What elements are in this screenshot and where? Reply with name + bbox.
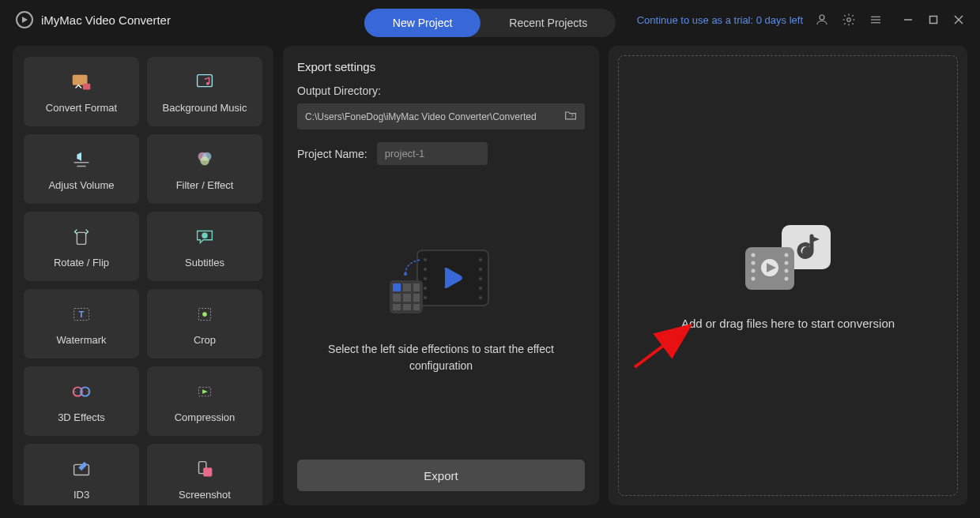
- svg-point-41: [479, 287, 482, 290]
- main-layout: Convert Format Background Music Adjust V…: [0, 39, 980, 518]
- svg-rect-7: [930, 17, 937, 24]
- svg-point-35: [424, 277, 427, 280]
- drop-panel: Add or drag files here to start conversi…: [609, 46, 967, 505]
- export-button[interactable]: Export: [297, 460, 585, 491]
- svg-point-59: [752, 268, 756, 272]
- menu-icon[interactable]: [868, 12, 884, 28]
- tile-rotate-flip[interactable]: Rotate / Flip: [24, 212, 139, 281]
- compression-icon: [193, 380, 217, 404]
- browse-folder-icon[interactable]: [564, 110, 577, 123]
- drop-zone-icon: [741, 222, 835, 293]
- tile-crop[interactable]: Crop: [147, 289, 262, 358]
- window-controls: [903, 14, 964, 25]
- tile-label: Background Music: [163, 102, 247, 114]
- svg-point-55: [802, 246, 813, 257]
- svg-rect-51: [403, 304, 411, 310]
- svg-rect-47: [393, 294, 401, 302]
- svg-point-58: [752, 261, 756, 265]
- svg-point-37: [424, 296, 427, 299]
- svg-point-18: [202, 232, 208, 238]
- app-title: iMyMac Video Converter: [41, 13, 171, 27]
- output-directory-value: C:\Users\FoneDog\iMyMac Video Converter\…: [305, 111, 537, 122]
- tile-label: ID3: [74, 489, 89, 501]
- status-area: Continue to use as a trial: 0 days left: [637, 12, 964, 28]
- drop-zone[interactable]: Add or drag files here to start conversi…: [618, 55, 958, 496]
- tab-recent-projects[interactable]: Recent Projects: [481, 9, 616, 37]
- app-logo-icon: [16, 11, 33, 28]
- svg-rect-50: [393, 304, 401, 310]
- svg-rect-44: [393, 283, 401, 291]
- tile-background-music[interactable]: Background Music: [147, 57, 262, 126]
- export-settings-title: Export settings: [297, 60, 585, 73]
- tile-filter-effect[interactable]: Filter / Effect: [147, 134, 262, 204]
- trial-status[interactable]: Continue to use as a trial: 0 days left: [637, 14, 803, 26]
- svg-point-38: [479, 258, 482, 261]
- maximize-button[interactable]: [928, 14, 939, 25]
- convert-format-icon: [70, 70, 93, 94]
- output-directory-field[interactable]: C:\Users\FoneDog\iMyMac Video Converter\…: [297, 103, 585, 130]
- close-button[interactable]: [953, 14, 964, 25]
- project-name-label: Project Name:: [297, 148, 368, 160]
- svg-rect-45: [403, 283, 411, 291]
- svg-point-42: [479, 296, 482, 299]
- background-music-icon: [193, 70, 217, 94]
- drop-zone-text: Add or drag files here to start conversi…: [681, 317, 895, 330]
- tile-label: Convert Format: [46, 102, 117, 114]
- tile-label: Subtitles: [185, 257, 224, 268]
- crop-icon: [193, 302, 217, 326]
- filter-effect-icon: [193, 148, 217, 171]
- svg-rect-31: [203, 467, 212, 476]
- screenshot-icon: [193, 457, 217, 481]
- svg-point-34: [424, 268, 427, 271]
- svg-point-39: [479, 268, 482, 271]
- svg-rect-52: [413, 304, 420, 310]
- effect-config-hint: Select the left side effections to start…: [297, 341, 585, 374]
- project-name-row: Project Name:: [297, 142, 585, 165]
- svg-marker-0: [22, 17, 28, 23]
- svg-text:T: T: [79, 309, 85, 318]
- svg-rect-48: [403, 294, 411, 302]
- id3-icon: [70, 457, 93, 481]
- tile-label: Rotate / Flip: [54, 257, 109, 268]
- tile-label: Crop: [194, 334, 216, 346]
- svg-point-61: [785, 253, 789, 257]
- project-name-input[interactable]: [377, 142, 488, 165]
- 3d-effects-icon: [70, 380, 93, 404]
- project-tabs: New Project Recent Projects: [364, 9, 616, 37]
- gear-icon[interactable]: [841, 12, 857, 28]
- tile-label: Filter / Effect: [176, 179, 234, 191]
- svg-point-63: [785, 268, 789, 272]
- tab-new-project[interactable]: New Project: [364, 9, 481, 37]
- svg-point-22: [202, 312, 207, 317]
- tile-screenshot[interactable]: Screenshot: [147, 444, 262, 505]
- preview-area: Select the left side effections to start…: [297, 165, 585, 452]
- tile-label: Watermark: [56, 334, 106, 346]
- tile-compression[interactable]: Compression: [147, 366, 262, 436]
- titlebar: iMyMac Video Converter New Project Recen…: [0, 0, 980, 39]
- svg-point-57: [752, 253, 756, 257]
- effects-sidebar[interactable]: Convert Format Background Music Adjust V…: [13, 46, 273, 505]
- svg-rect-11: [83, 83, 90, 89]
- tile-convert-format[interactable]: Convert Format: [24, 57, 139, 126]
- tile-label: 3D Effects: [58, 411, 105, 423]
- svg-rect-10: [73, 74, 88, 84]
- effects-grid: Convert Format Background Music Adjust V…: [24, 57, 262, 505]
- tile-id3[interactable]: ID3: [24, 444, 139, 505]
- svg-point-36: [424, 287, 427, 290]
- tile-watermark[interactable]: T Watermark: [24, 289, 139, 358]
- tile-subtitles[interactable]: Subtitles: [147, 212, 262, 281]
- tile-adjust-volume[interactable]: Adjust Volume: [24, 134, 139, 204]
- subtitles-icon: [193, 225, 217, 249]
- svg-point-60: [752, 276, 756, 280]
- svg-point-40: [479, 277, 482, 280]
- account-icon[interactable]: [814, 12, 830, 28]
- tile-label: Screenshot: [179, 489, 231, 501]
- preview-placeholder-icon: [382, 242, 500, 325]
- tile-3d-effects[interactable]: 3D Effects: [24, 366, 139, 436]
- tile-label: Adjust Volume: [48, 179, 114, 191]
- svg-rect-49: [413, 294, 420, 302]
- svg-marker-28: [202, 389, 208, 394]
- minimize-button[interactable]: [903, 14, 914, 25]
- svg-point-62: [785, 261, 789, 265]
- adjust-volume-icon: [70, 148, 93, 171]
